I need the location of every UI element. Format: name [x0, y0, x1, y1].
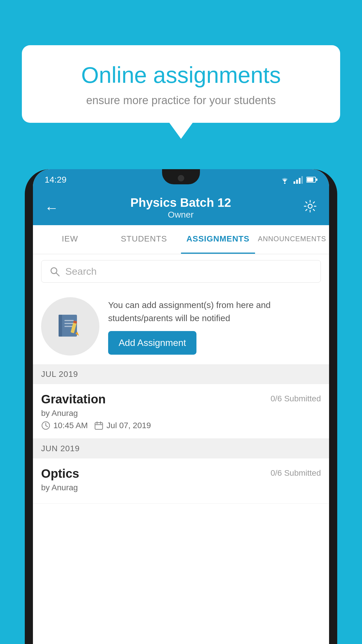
- wifi-icon: [280, 176, 290, 184]
- speech-bubble-container: Online assignments ensure more practice …: [22, 45, 340, 139]
- tab-assignments[interactable]: ASSIGNMENTS: [181, 225, 255, 254]
- assignment-time: 10:45 AM: [53, 421, 88, 430]
- svg-rect-7: [316, 178, 317, 181]
- datetime-time: 10:45 AM: [41, 421, 88, 430]
- assignment-datetime: 10:45 AM Jul 07, 2019: [41, 421, 321, 430]
- speech-bubble: Online assignments ensure more practice …: [22, 45, 340, 123]
- assignment-name-optics: Optics: [41, 467, 79, 481]
- tab-students[interactable]: STUDENTS: [107, 225, 181, 254]
- datetime-date: Jul 07, 2019: [94, 421, 151, 430]
- back-button[interactable]: ←: [45, 200, 59, 216]
- search-icon: [50, 266, 60, 277]
- promo-icon-circle: [41, 297, 99, 356]
- tab-announcements[interactable]: ANNOUNCEMENTS: [255, 225, 329, 254]
- svg-rect-14: [64, 323, 74, 324]
- search-input[interactable]: Search: [65, 266, 97, 277]
- svg-rect-1: [294, 181, 295, 184]
- tab-iew[interactable]: IEW: [33, 225, 107, 254]
- svg-point-0: [284, 183, 286, 184]
- svg-rect-2: [296, 180, 298, 184]
- app-bar: ← Physics Batch 12 Owner: [33, 190, 329, 225]
- svg-rect-12: [59, 315, 62, 337]
- assignment-date: Jul 07, 2019: [106, 421, 151, 430]
- front-camera: [178, 175, 184, 181]
- assignment-submitted-optics: 0/6 Submitted: [270, 468, 321, 478]
- svg-point-8: [308, 204, 312, 208]
- svg-line-10: [56, 273, 59, 276]
- tabs-bar: IEW STUDENTS ASSIGNMENTS ANNOUNCEMENTS: [33, 225, 329, 254]
- svg-rect-4: [301, 176, 303, 184]
- section-header-jul: JUL 2019: [33, 364, 329, 384]
- status-time: 14:29: [45, 175, 66, 185]
- notebook-icon: [56, 312, 85, 341]
- settings-button[interactable]: [303, 199, 317, 217]
- promo-text-block: You can add assignment(s) from here and …: [108, 298, 321, 355]
- svg-rect-13: [64, 320, 74, 321]
- add-assignment-button[interactable]: Add Assignment: [108, 331, 196, 355]
- assignment-submitted: 0/6 Submitted: [270, 394, 321, 403]
- search-container: Search: [33, 254, 329, 288]
- svg-line-21: [46, 426, 48, 427]
- app-bar-subtitle: Owner: [130, 210, 231, 220]
- assignment-row-top: Gravitation 0/6 Submitted: [41, 392, 321, 406]
- speech-bubble-pointer: [169, 123, 193, 139]
- promo-description: You can add assignment(s) from here and …: [108, 298, 321, 325]
- notch: [162, 169, 200, 184]
- svg-rect-6: [307, 178, 313, 182]
- assignment-name: Gravitation: [41, 392, 106, 406]
- svg-rect-3: [299, 178, 301, 184]
- screen-content: Search: [33, 254, 329, 644]
- assignment-author-optics: by Anurag: [41, 483, 321, 492]
- speech-bubble-title: Online assignments: [42, 63, 320, 88]
- signal-icon: [294, 176, 303, 184]
- section-header-jun: JUN 2019: [33, 439, 329, 459]
- assignment-item-optics[interactable]: Optics 0/6 Submitted by Anurag: [33, 459, 329, 504]
- assignment-author: by Anurag: [41, 409, 321, 418]
- promo-block: You can add assignment(s) from here and …: [33, 288, 329, 364]
- status-bar: 14:29: [33, 169, 329, 190]
- app-bar-center: Physics Batch 12 Owner: [130, 196, 231, 220]
- clock-icon: [41, 421, 50, 430]
- app-bar-title: Physics Batch 12: [130, 196, 231, 210]
- calendar-icon: [94, 421, 103, 430]
- search-bar[interactable]: Search: [41, 260, 321, 283]
- assignment-row-top-optics: Optics 0/6 Submitted: [41, 467, 321, 481]
- battery-icon: [306, 176, 317, 183]
- assignment-item-gravitation[interactable]: Gravitation 0/6 Submitted by Anurag 10:4…: [33, 384, 329, 439]
- svg-rect-22: [95, 423, 103, 429]
- status-icons: [280, 176, 317, 184]
- speech-bubble-subtitle: ensure more practice for your students: [42, 94, 320, 107]
- phone-screen: 14:29: [33, 169, 329, 644]
- phone-frame: 14:29: [25, 169, 337, 644]
